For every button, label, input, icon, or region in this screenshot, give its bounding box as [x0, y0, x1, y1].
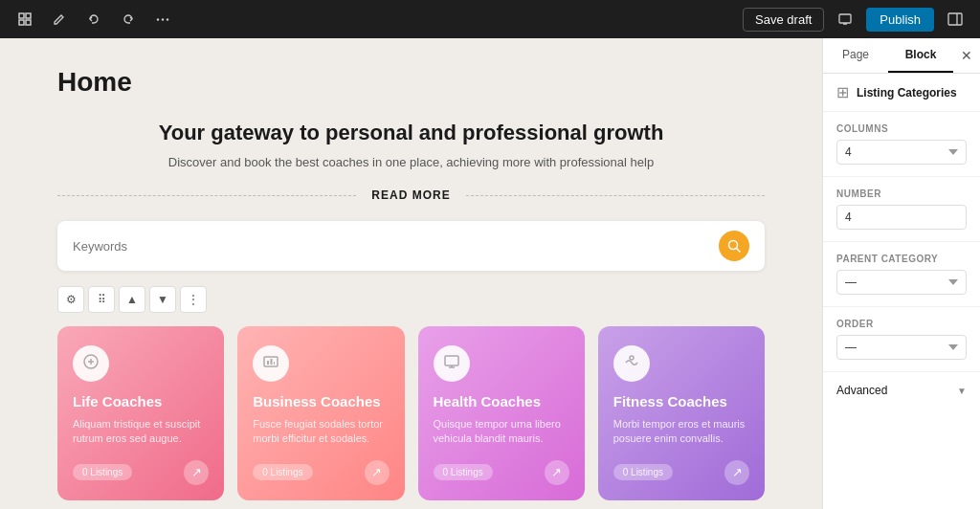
- category-card[interactable]: Fitness Coaches Morbi tempor eros et mau…: [598, 326, 765, 500]
- block-down-button[interactable]: ▼: [149, 286, 176, 313]
- card-footer: 0 Listings ↗: [253, 460, 389, 485]
- listings-badge: 0 Listings: [613, 464, 673, 480]
- order-label: ORDER: [836, 319, 967, 329]
- number-section: NUMBER: [823, 177, 980, 242]
- svg-rect-7: [839, 14, 851, 23]
- parent-category-label: PARENT CATEGORY: [836, 254, 967, 264]
- arrow-icon: ↗: [365, 460, 390, 485]
- svg-rect-2: [19, 20, 24, 25]
- sidebar-block-header: ⊞ Listing Categories: [823, 74, 980, 112]
- category-card[interactable]: Health Coaches Quisque tempor urna liber…: [418, 326, 585, 500]
- arrow-icon: ↗: [545, 460, 569, 485]
- category-card[interactable]: Life Coaches Aliquam tristique et suscip…: [57, 326, 224, 500]
- card-icon-wrap: [253, 345, 289, 382]
- save-draft-button[interactable]: Save draft: [743, 8, 824, 32]
- card-footer: 0 Listings ↗: [434, 460, 569, 485]
- parent-category-select[interactable]: —: [836, 270, 967, 295]
- block-more-button[interactable]: ⋮: [180, 286, 207, 313]
- block-controls: ⚙ ⠿ ▲ ▼ ⋮: [57, 286, 765, 313]
- card-desc: Morbi tempor eros et mauris posuere enim…: [613, 417, 749, 447]
- number-input[interactable]: [836, 205, 967, 230]
- advanced-label: Advanced: [836, 384, 887, 397]
- add-block-button[interactable]: [11, 6, 38, 33]
- order-select[interactable]: —: [836, 335, 967, 360]
- svg-line-11: [737, 249, 741, 253]
- block-up-button[interactable]: ▲: [119, 286, 145, 313]
- card-desc: Aliquam tristique et suscipit rutrum ero…: [73, 417, 209, 447]
- card-title: Life Coaches: [73, 393, 209, 409]
- category-icon: [82, 353, 100, 374]
- parent-category-section: PARENT CATEGORY —: [823, 242, 980, 307]
- toolbar-left-group: [11, 6, 176, 33]
- svg-rect-0: [19, 13, 24, 18]
- svg-rect-14: [445, 356, 458, 365]
- more-options-button[interactable]: [149, 6, 176, 33]
- card-title: Fitness Coaches: [613, 393, 749, 409]
- editor-area: Home Your gateway to personal and profes…: [0, 38, 822, 509]
- categories-grid: Life Coaches Aliquam tristique et suscip…: [57, 326, 765, 500]
- tab-page[interactable]: Page: [823, 38, 888, 73]
- settings-panel-button[interactable]: [942, 6, 969, 33]
- search-submit-button[interactable]: [719, 231, 749, 261]
- hero-heading: Your gateway to personal and professiona…: [57, 121, 765, 145]
- advanced-row[interactable]: Advanced ▼: [823, 372, 980, 409]
- svg-point-4: [157, 18, 159, 20]
- page-title: Home: [57, 67, 765, 98]
- toolbar-right-group: Save draft Publish: [743, 6, 969, 33]
- hero-section: Your gateway to personal and professiona…: [57, 121, 765, 169]
- number-label: NUMBER: [836, 188, 967, 199]
- read-more-row: READ MORE: [57, 188, 765, 202]
- svg-point-5: [162, 18, 164, 20]
- svg-rect-8: [948, 13, 962, 25]
- card-icon-wrap: [73, 345, 109, 382]
- sidebar-block-label: Listing Categories: [857, 86, 957, 100]
- read-more-button[interactable]: READ MORE: [356, 188, 465, 202]
- card-title: Business Coaches: [253, 393, 389, 409]
- svg-point-15: [630, 356, 634, 360]
- listing-categories-icon: ⊞: [836, 83, 849, 101]
- columns-section: COLUMNS 4: [823, 112, 980, 177]
- card-footer: 0 Listings ↗: [73, 460, 209, 485]
- listings-badge: 0 Listings: [73, 464, 132, 480]
- listings-badge: 0 Listings: [434, 464, 493, 480]
- undo-button[interactable]: [80, 6, 107, 33]
- edit-mode-button[interactable]: [46, 6, 73, 33]
- block-settings-button[interactable]: ⚙: [57, 286, 84, 313]
- svg-point-6: [167, 18, 168, 20]
- card-desc: Fusce feugiat sodales tortor morbi effic…: [253, 417, 389, 447]
- tab-block[interactable]: Block: [888, 38, 953, 73]
- card-footer: 0 Listings ↗: [613, 460, 749, 485]
- publish-button[interactable]: Publish: [866, 8, 934, 32]
- block-drag-button[interactable]: ⠿: [88, 286, 115, 313]
- right-sidebar: Page Block ✕ ⊞ Listing Categories COLUMN…: [822, 38, 980, 509]
- search-input[interactable]: [73, 239, 719, 254]
- top-toolbar: Save draft Publish: [0, 0, 980, 38]
- sidebar-close-button[interactable]: ✕: [953, 38, 980, 73]
- columns-select[interactable]: 4: [836, 140, 967, 165]
- svg-rect-1: [26, 13, 31, 18]
- category-icon: [443, 353, 460, 374]
- search-bar: [57, 221, 765, 271]
- card-title: Health Coaches: [434, 393, 569, 409]
- order-section: ORDER —: [823, 307, 980, 372]
- hero-subtext: Discover and book the best coaches in on…: [57, 155, 765, 169]
- card-icon-wrap: [434, 345, 470, 382]
- arrow-icon: ↗: [184, 460, 209, 485]
- svg-rect-3: [26, 20, 31, 25]
- preview-button[interactable]: [832, 6, 858, 33]
- listings-badge: 0 Listings: [253, 464, 312, 480]
- columns-label: COLUMNS: [836, 123, 967, 134]
- card-desc: Quisque tempor urna libero vehicula blan…: [434, 417, 569, 447]
- category-icon: [623, 353, 640, 374]
- card-icon-wrap: [613, 345, 650, 382]
- dashed-line-right: [466, 195, 765, 196]
- chevron-down-icon: ▼: [957, 386, 967, 396]
- main-layout: Home Your gateway to personal and profes…: [0, 38, 980, 509]
- category-card[interactable]: Business Coaches Fusce feugiat sodales t…: [237, 326, 404, 500]
- dashed-line-left: [57, 195, 356, 196]
- redo-button[interactable]: [115, 6, 142, 33]
- category-icon: [262, 353, 279, 374]
- arrow-icon: ↗: [724, 460, 749, 485]
- sidebar-tab-row: Page Block ✕: [823, 38, 980, 74]
